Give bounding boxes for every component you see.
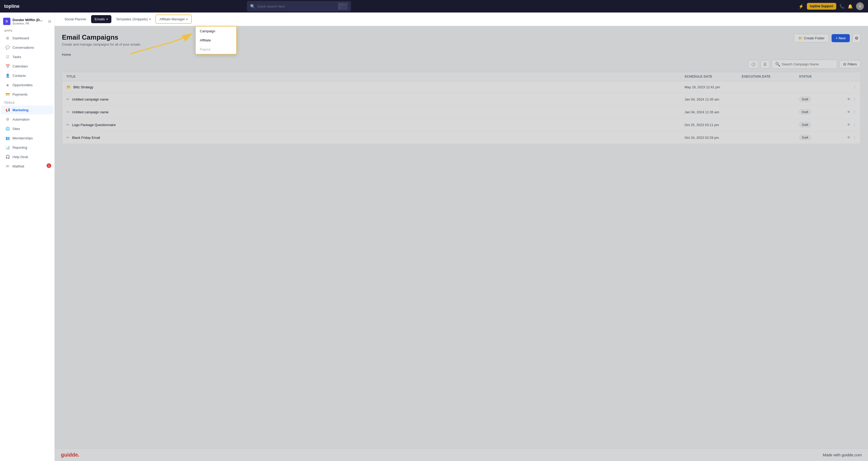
- bell-icon[interactable]: 🔔: [848, 4, 853, 9]
- sidebar-item-memberships[interactable]: 👥 Memberships: [1, 134, 53, 142]
- conversations-icon: 💬: [5, 45, 10, 50]
- memberships-icon: 👥: [5, 136, 10, 140]
- chevron-down-icon: ▾: [149, 18, 151, 21]
- phone-icon[interactable]: 📞: [839, 4, 845, 9]
- lightning-icon[interactable]: ⚡: [799, 4, 804, 9]
- tab-label: Social Planner: [65, 17, 86, 21]
- tasks-icon: ☑: [5, 54, 10, 59]
- app-logo: topline: [4, 4, 20, 9]
- sidebar-item-mailfold[interactable]: ✉ Mailfold 2: [1, 162, 53, 171]
- sidebar-item-label: Calendars: [12, 64, 28, 68]
- sidebar-item-label: Conversations: [12, 46, 34, 50]
- sidebar-item-label: Sites: [12, 127, 20, 131]
- search-icon: 🔍: [250, 4, 255, 9]
- calendars-icon: 📅: [5, 64, 10, 68]
- sidebar-item-automation[interactable]: ⚙ Automation: [1, 115, 53, 124]
- sub-nav: Social Planner Emails ▾ Templates (Snipp…: [55, 12, 868, 26]
- support-button[interactable]: topline Support: [807, 3, 836, 10]
- sidebar-item-opportunities[interactable]: ◈ Opportunities: [1, 81, 53, 89]
- sidebar-item-label: Contacts: [12, 74, 26, 78]
- reporting-icon: 📊: [5, 145, 10, 150]
- sidebar-item-marketing[interactable]: 📢 Marketing: [1, 106, 53, 114]
- sidebar-item-label: Help Desk: [12, 155, 28, 159]
- sidebar: D Dunder Mifflin (D... Scranton, PA ⊟ Ap…: [0, 12, 55, 461]
- sidebar-item-label: Tasks: [12, 55, 21, 59]
- apps-section-label: Apps: [0, 27, 54, 33]
- chevron-down-icon: ▾: [186, 18, 188, 21]
- sidebar-item-dashboard[interactable]: ⊞ Dashboard: [1, 34, 53, 42]
- marketing-icon: 📢: [5, 108, 10, 112]
- sidebar-item-helpdesk[interactable]: 🎧 Help Desk: [1, 152, 53, 161]
- sidebar-item-contacts[interactable]: 👤 Contacts: [1, 71, 53, 80]
- tab-templates[interactable]: Templates (Snippets) ▾: [113, 15, 154, 23]
- tab-emails[interactable]: Emails ▾: [91, 15, 111, 23]
- dropdown-item-campaign[interactable]: Campaign: [196, 27, 236, 36]
- sidebar-item-label: Reporting: [12, 146, 27, 149]
- search-shortcut: Ctrl + K: [338, 3, 348, 10]
- affiliate-manager-dropdown: Campaign Affiliate Payout: [195, 26, 237, 54]
- dashboard-icon: ⊞: [5, 36, 10, 40]
- sidebar-item-label: Dashboard: [12, 36, 29, 40]
- tab-label: Templates (Snippets): [116, 17, 148, 21]
- sidebar-item-conversations[interactable]: 💬 Conversations: [1, 43, 53, 52]
- sidebar-item-reporting[interactable]: 📊 Reporting: [1, 143, 53, 152]
- payments-icon: 💳: [5, 92, 10, 97]
- automation-icon: ⚙: [5, 117, 10, 122]
- user-avatar[interactable]: U: [856, 2, 864, 10]
- tab-affiliate-manager[interactable]: Affiliate Manager ▾: [155, 15, 192, 24]
- search-input[interactable]: [257, 4, 335, 8]
- sites-icon: 🌐: [5, 126, 10, 131]
- sidebar-item-label: Opportunities: [12, 83, 33, 87]
- sidebar-item-sites[interactable]: 🌐 Sites: [1, 124, 53, 133]
- sidebar-item-label: Marketing: [12, 108, 28, 112]
- tab-social-planner[interactable]: Social Planner: [61, 15, 90, 23]
- overlay-dim: [55, 26, 868, 461]
- chevron-down-icon: ▾: [106, 18, 108, 21]
- sidebar-item-label: Automation: [12, 117, 30, 121]
- top-nav: topline 🔍 Ctrl + K ⚡ topline Support 📞 🔔…: [0, 0, 868, 12]
- account-name: Dunder Mifflin (D...: [12, 18, 43, 22]
- dropdown-item-payout[interactable]: Payout: [196, 45, 236, 54]
- contacts-icon: 👤: [5, 73, 10, 78]
- main-content: Social Planner Emails ▾ Templates (Snipp…: [55, 12, 868, 461]
- global-search-bar[interactable]: 🔍 Ctrl + K: [247, 1, 351, 11]
- helpdesk-icon: 🎧: [5, 154, 10, 159]
- dropdown-item-affiliate[interactable]: Affiliate: [196, 36, 236, 45]
- sidebar-item-tasks[interactable]: ☑ Tasks: [1, 52, 53, 61]
- sidebar-item-label: Mailfold: [12, 164, 24, 168]
- nav-icons: ⚡ topline Support 📞 🔔 U: [799, 2, 864, 10]
- tab-label: Emails: [95, 17, 105, 21]
- sidebar-item-calendars[interactable]: 📅 Calendars: [1, 62, 53, 70]
- sidebar-item-label: Memberships: [12, 136, 33, 140]
- opportunities-icon: ◈: [5, 83, 10, 87]
- account-location: Scranton, PA: [12, 22, 43, 25]
- sidebar-collapse-icon[interactable]: ⊟: [48, 19, 51, 24]
- tab-label: Affiliate Manager: [159, 17, 185, 21]
- badge: 2: [46, 163, 51, 168]
- account-switcher[interactable]: D Dunder Mifflin (D... Scranton, PA ⊟: [0, 16, 54, 27]
- mailfold-icon: ✉: [5, 164, 10, 169]
- sidebar-item-payments[interactable]: 💳 Payments: [1, 90, 53, 99]
- tools-section-label: Tools: [0, 99, 54, 105]
- sidebar-item-label: Payments: [12, 92, 28, 96]
